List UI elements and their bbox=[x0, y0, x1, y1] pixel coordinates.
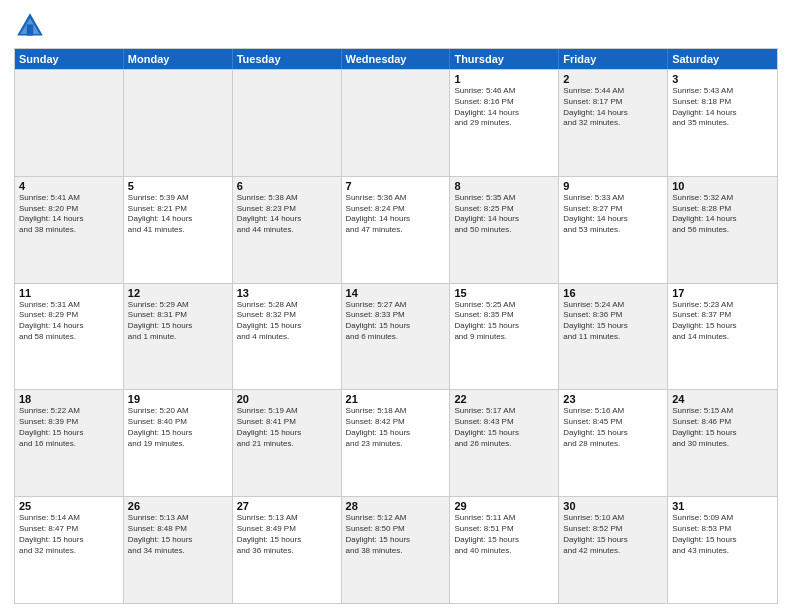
day-info: Sunrise: 5:36 AM Sunset: 8:24 PM Dayligh… bbox=[346, 193, 446, 236]
day-cell-5: 5Sunrise: 5:39 AM Sunset: 8:21 PM Daylig… bbox=[124, 177, 233, 283]
day-info: Sunrise: 5:35 AM Sunset: 8:25 PM Dayligh… bbox=[454, 193, 554, 236]
day-cell-16: 16Sunrise: 5:24 AM Sunset: 8:36 PM Dayli… bbox=[559, 284, 668, 390]
day-number: 4 bbox=[19, 180, 119, 192]
day-number: 15 bbox=[454, 287, 554, 299]
day-number: 14 bbox=[346, 287, 446, 299]
day-number: 12 bbox=[128, 287, 228, 299]
day-info: Sunrise: 5:15 AM Sunset: 8:46 PM Dayligh… bbox=[672, 406, 773, 449]
day-info: Sunrise: 5:09 AM Sunset: 8:53 PM Dayligh… bbox=[672, 513, 773, 556]
day-cell-14: 14Sunrise: 5:27 AM Sunset: 8:33 PM Dayli… bbox=[342, 284, 451, 390]
day-cell-17: 17Sunrise: 5:23 AM Sunset: 8:37 PM Dayli… bbox=[668, 284, 777, 390]
day-number: 29 bbox=[454, 500, 554, 512]
header-cell-wednesday: Wednesday bbox=[342, 49, 451, 69]
day-info: Sunrise: 5:13 AM Sunset: 8:48 PM Dayligh… bbox=[128, 513, 228, 556]
day-number: 25 bbox=[19, 500, 119, 512]
day-info: Sunrise: 5:33 AM Sunset: 8:27 PM Dayligh… bbox=[563, 193, 663, 236]
day-cell-13: 13Sunrise: 5:28 AM Sunset: 8:32 PM Dayli… bbox=[233, 284, 342, 390]
day-number: 1 bbox=[454, 73, 554, 85]
logo bbox=[14, 10, 48, 42]
day-number: 31 bbox=[672, 500, 773, 512]
header bbox=[14, 10, 778, 42]
calendar-week-2: 4Sunrise: 5:41 AM Sunset: 8:20 PM Daylig… bbox=[15, 176, 777, 283]
day-cell-27: 27Sunrise: 5:13 AM Sunset: 8:49 PM Dayli… bbox=[233, 497, 342, 603]
day-info: Sunrise: 5:25 AM Sunset: 8:35 PM Dayligh… bbox=[454, 300, 554, 343]
day-cell-21: 21Sunrise: 5:18 AM Sunset: 8:42 PM Dayli… bbox=[342, 390, 451, 496]
day-cell-empty bbox=[15, 70, 124, 176]
day-cell-7: 7Sunrise: 5:36 AM Sunset: 8:24 PM Daylig… bbox=[342, 177, 451, 283]
day-number: 18 bbox=[19, 393, 119, 405]
day-cell-6: 6Sunrise: 5:38 AM Sunset: 8:23 PM Daylig… bbox=[233, 177, 342, 283]
calendar-week-4: 18Sunrise: 5:22 AM Sunset: 8:39 PM Dayli… bbox=[15, 389, 777, 496]
day-info: Sunrise: 5:10 AM Sunset: 8:52 PM Dayligh… bbox=[563, 513, 663, 556]
day-info: Sunrise: 5:13 AM Sunset: 8:49 PM Dayligh… bbox=[237, 513, 337, 556]
day-cell-24: 24Sunrise: 5:15 AM Sunset: 8:46 PM Dayli… bbox=[668, 390, 777, 496]
day-info: Sunrise: 5:28 AM Sunset: 8:32 PM Dayligh… bbox=[237, 300, 337, 343]
day-info: Sunrise: 5:44 AM Sunset: 8:17 PM Dayligh… bbox=[563, 86, 663, 129]
day-info: Sunrise: 5:22 AM Sunset: 8:39 PM Dayligh… bbox=[19, 406, 119, 449]
day-number: 28 bbox=[346, 500, 446, 512]
day-number: 26 bbox=[128, 500, 228, 512]
day-number: 5 bbox=[128, 180, 228, 192]
day-info: Sunrise: 5:14 AM Sunset: 8:47 PM Dayligh… bbox=[19, 513, 119, 556]
header-cell-monday: Monday bbox=[124, 49, 233, 69]
day-info: Sunrise: 5:12 AM Sunset: 8:50 PM Dayligh… bbox=[346, 513, 446, 556]
day-cell-10: 10Sunrise: 5:32 AM Sunset: 8:28 PM Dayli… bbox=[668, 177, 777, 283]
day-cell-22: 22Sunrise: 5:17 AM Sunset: 8:43 PM Dayli… bbox=[450, 390, 559, 496]
day-cell-20: 20Sunrise: 5:19 AM Sunset: 8:41 PM Dayli… bbox=[233, 390, 342, 496]
day-number: 20 bbox=[237, 393, 337, 405]
day-info: Sunrise: 5:11 AM Sunset: 8:51 PM Dayligh… bbox=[454, 513, 554, 556]
day-info: Sunrise: 5:29 AM Sunset: 8:31 PM Dayligh… bbox=[128, 300, 228, 343]
day-info: Sunrise: 5:19 AM Sunset: 8:41 PM Dayligh… bbox=[237, 406, 337, 449]
day-cell-2: 2Sunrise: 5:44 AM Sunset: 8:17 PM Daylig… bbox=[559, 70, 668, 176]
calendar-week-5: 25Sunrise: 5:14 AM Sunset: 8:47 PM Dayli… bbox=[15, 496, 777, 603]
day-number: 21 bbox=[346, 393, 446, 405]
day-cell-30: 30Sunrise: 5:10 AM Sunset: 8:52 PM Dayli… bbox=[559, 497, 668, 603]
day-cell-empty bbox=[124, 70, 233, 176]
day-number: 27 bbox=[237, 500, 337, 512]
day-info: Sunrise: 5:24 AM Sunset: 8:36 PM Dayligh… bbox=[563, 300, 663, 343]
day-cell-12: 12Sunrise: 5:29 AM Sunset: 8:31 PM Dayli… bbox=[124, 284, 233, 390]
calendar-header-row: SundayMondayTuesdayWednesdayThursdayFrid… bbox=[15, 49, 777, 69]
day-info: Sunrise: 5:38 AM Sunset: 8:23 PM Dayligh… bbox=[237, 193, 337, 236]
day-cell-8: 8Sunrise: 5:35 AM Sunset: 8:25 PM Daylig… bbox=[450, 177, 559, 283]
header-cell-friday: Friday bbox=[559, 49, 668, 69]
day-cell-18: 18Sunrise: 5:22 AM Sunset: 8:39 PM Dayli… bbox=[15, 390, 124, 496]
day-info: Sunrise: 5:46 AM Sunset: 8:16 PM Dayligh… bbox=[454, 86, 554, 129]
day-cell-11: 11Sunrise: 5:31 AM Sunset: 8:29 PM Dayli… bbox=[15, 284, 124, 390]
day-number: 22 bbox=[454, 393, 554, 405]
day-info: Sunrise: 5:16 AM Sunset: 8:45 PM Dayligh… bbox=[563, 406, 663, 449]
day-number: 9 bbox=[563, 180, 663, 192]
day-cell-3: 3Sunrise: 5:43 AM Sunset: 8:18 PM Daylig… bbox=[668, 70, 777, 176]
day-cell-9: 9Sunrise: 5:33 AM Sunset: 8:27 PM Daylig… bbox=[559, 177, 668, 283]
day-number: 8 bbox=[454, 180, 554, 192]
day-cell-26: 26Sunrise: 5:13 AM Sunset: 8:48 PM Dayli… bbox=[124, 497, 233, 603]
svg-rect-2 bbox=[27, 24, 33, 35]
day-cell-25: 25Sunrise: 5:14 AM Sunset: 8:47 PM Dayli… bbox=[15, 497, 124, 603]
day-cell-31: 31Sunrise: 5:09 AM Sunset: 8:53 PM Dayli… bbox=[668, 497, 777, 603]
day-info: Sunrise: 5:27 AM Sunset: 8:33 PM Dayligh… bbox=[346, 300, 446, 343]
calendar-body: 1Sunrise: 5:46 AM Sunset: 8:16 PM Daylig… bbox=[15, 69, 777, 603]
day-number: 11 bbox=[19, 287, 119, 299]
day-info: Sunrise: 5:18 AM Sunset: 8:42 PM Dayligh… bbox=[346, 406, 446, 449]
day-info: Sunrise: 5:23 AM Sunset: 8:37 PM Dayligh… bbox=[672, 300, 773, 343]
header-cell-sunday: Sunday bbox=[15, 49, 124, 69]
day-number: 2 bbox=[563, 73, 663, 85]
day-number: 13 bbox=[237, 287, 337, 299]
day-info: Sunrise: 5:31 AM Sunset: 8:29 PM Dayligh… bbox=[19, 300, 119, 343]
header-cell-tuesday: Tuesday bbox=[233, 49, 342, 69]
page: SundayMondayTuesdayWednesdayThursdayFrid… bbox=[0, 0, 792, 612]
day-cell-19: 19Sunrise: 5:20 AM Sunset: 8:40 PM Dayli… bbox=[124, 390, 233, 496]
calendar-week-3: 11Sunrise: 5:31 AM Sunset: 8:29 PM Dayli… bbox=[15, 283, 777, 390]
day-cell-15: 15Sunrise: 5:25 AM Sunset: 8:35 PM Dayli… bbox=[450, 284, 559, 390]
day-cell-23: 23Sunrise: 5:16 AM Sunset: 8:45 PM Dayli… bbox=[559, 390, 668, 496]
day-info: Sunrise: 5:39 AM Sunset: 8:21 PM Dayligh… bbox=[128, 193, 228, 236]
day-number: 30 bbox=[563, 500, 663, 512]
day-number: 10 bbox=[672, 180, 773, 192]
header-cell-thursday: Thursday bbox=[450, 49, 559, 69]
day-number: 16 bbox=[563, 287, 663, 299]
day-number: 23 bbox=[563, 393, 663, 405]
day-cell-empty bbox=[233, 70, 342, 176]
day-cell-empty bbox=[342, 70, 451, 176]
calendar-week-1: 1Sunrise: 5:46 AM Sunset: 8:16 PM Daylig… bbox=[15, 69, 777, 176]
logo-icon bbox=[14, 10, 46, 42]
